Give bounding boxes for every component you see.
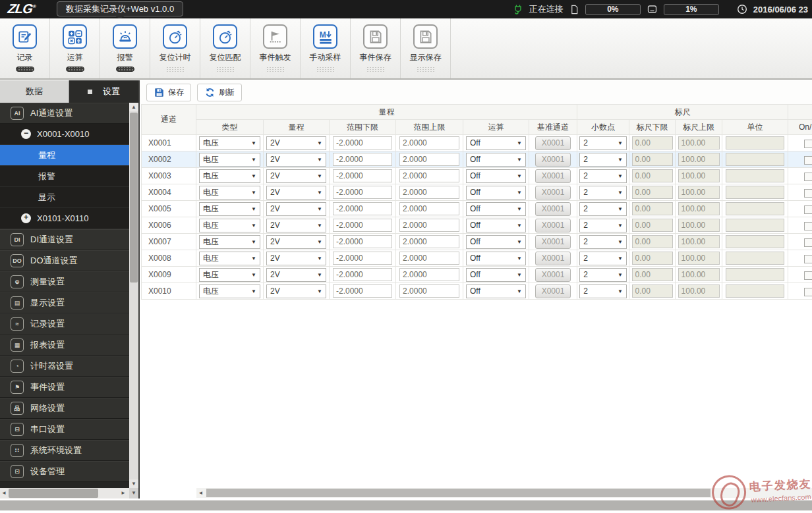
range-select[interactable]: 2V▼ bbox=[266, 202, 326, 216]
menu-network-set[interactable]: 品 网络设置 bbox=[0, 398, 129, 419]
range-low-input[interactable] bbox=[333, 219, 392, 232]
menu-x0101-x0110[interactable]: + X0101-X0110 bbox=[0, 208, 129, 229]
record-button[interactable]: 记录 bbox=[0, 18, 50, 78]
decimal-select[interactable]: 2▼ bbox=[579, 268, 627, 282]
decimal-select[interactable]: 2▼ bbox=[579, 202, 627, 216]
range-high-input[interactable] bbox=[399, 202, 459, 215]
page-hscroll-thumb[interactable] bbox=[0, 500, 812, 510]
onoff-checkbox[interactable] bbox=[804, 271, 812, 280]
onoff-checkbox[interactable] bbox=[804, 288, 812, 296]
main-horizontal-scrollbar[interactable]: ◄ bbox=[196, 488, 812, 498]
type-select[interactable]: 电压▼ bbox=[199, 169, 260, 183]
range-select[interactable]: 2V▼ bbox=[266, 252, 326, 265]
event-save-button[interactable]: 事件保存 bbox=[351, 18, 401, 78]
menu-x0001-x0010[interactable]: − X0001-X0010 bbox=[0, 124, 129, 145]
type-select[interactable]: 电压▼ bbox=[199, 268, 260, 282]
range-high-input[interactable] bbox=[399, 219, 459, 232]
menu-di-channel[interactable]: DI DI通道设置 bbox=[0, 229, 129, 250]
range-high-input[interactable] bbox=[399, 186, 459, 199]
menu-report-set[interactable]: ▦ 报表设置 bbox=[0, 335, 129, 356]
type-select[interactable]: 电压▼ bbox=[199, 252, 260, 265]
reset-timer-button[interactable]: 复位计时 bbox=[150, 18, 200, 78]
scroll-left-icon[interactable]: ◄ bbox=[0, 488, 8, 499]
decimal-select[interactable]: 2▼ bbox=[579, 153, 627, 167]
menu-record-set[interactable]: ≈ 记录设置 bbox=[0, 313, 129, 335]
onoff-checkbox[interactable] bbox=[804, 222, 812, 230]
event-trigger-button[interactable]: 事件触发 bbox=[250, 18, 301, 78]
sidebar-vscroll-thumb[interactable] bbox=[130, 113, 138, 283]
range-select[interactable]: 2V▼ bbox=[266, 136, 326, 150]
onoff-checkbox[interactable] bbox=[804, 205, 812, 214]
range-low-input[interactable] bbox=[333, 169, 392, 182]
calc-select[interactable]: Off▼ bbox=[466, 136, 526, 150]
decimal-select[interactable]: 2▼ bbox=[579, 252, 627, 265]
decimal-select[interactable]: 2▼ bbox=[579, 219, 627, 232]
menu-display[interactable]: 显示 bbox=[0, 187, 129, 208]
menu-ai-channel[interactable]: AI AI通道设置 bbox=[0, 103, 129, 124]
range-low-input[interactable] bbox=[333, 202, 392, 215]
scroll-left-icon[interactable]: ◄ bbox=[196, 488, 205, 498]
scroll-down-icon[interactable]: ▼ bbox=[129, 479, 138, 488]
calc-select[interactable]: Off▼ bbox=[466, 169, 526, 183]
alarm-button[interactable]: 报警 bbox=[100, 18, 150, 78]
menu-display-set[interactable]: ▤ 显示设置 bbox=[0, 292, 129, 313]
range-high-input[interactable] bbox=[399, 268, 459, 281]
type-select[interactable]: 电压▼ bbox=[199, 153, 260, 167]
sidebar-hscroll-thumb[interactable] bbox=[9, 489, 98, 498]
range-low-input[interactable] bbox=[333, 268, 392, 281]
sidebar-vertical-scrollbar[interactable]: ▲ ▼ bbox=[129, 103, 138, 488]
range-high-input[interactable] bbox=[399, 252, 459, 265]
menu-do-channel[interactable]: DO DO通道设置 bbox=[0, 250, 129, 271]
range-high-input[interactable] bbox=[399, 153, 459, 166]
onoff-checkbox[interactable] bbox=[804, 189, 812, 198]
range-high-input[interactable] bbox=[399, 235, 459, 248]
type-select[interactable]: 电压▼ bbox=[199, 284, 260, 298]
display-save-button[interactable]: 显示保存 bbox=[401, 18, 451, 78]
range-high-input[interactable] bbox=[399, 284, 459, 298]
onoff-checkbox[interactable] bbox=[804, 255, 812, 263]
main-hscroll-thumb[interactable] bbox=[206, 489, 710, 497]
tab-data[interactable]: 数据 bbox=[0, 80, 69, 103]
calc-select[interactable]: Off▼ bbox=[466, 235, 526, 249]
decimal-select[interactable]: 2▼ bbox=[579, 136, 627, 150]
range-high-input[interactable] bbox=[399, 136, 459, 149]
refresh-button[interactable]: 刷新 bbox=[197, 84, 242, 101]
tab-settings[interactable]: 设置 bbox=[69, 80, 138, 103]
range-select[interactable]: 2V▼ bbox=[266, 169, 326, 183]
calc-select[interactable]: Off▼ bbox=[466, 153, 526, 167]
range-low-input[interactable] bbox=[333, 153, 392, 166]
decimal-select[interactable]: 2▼ bbox=[579, 235, 627, 249]
calc-select[interactable]: Off▼ bbox=[466, 268, 526, 282]
tree-expander-icon[interactable]: − bbox=[21, 129, 31, 139]
menu-alarm[interactable]: 报警 bbox=[0, 166, 129, 187]
save-button[interactable]: 保存 bbox=[146, 84, 191, 101]
range-select[interactable]: 2V▼ bbox=[266, 219, 326, 232]
calc-select[interactable]: Off▼ bbox=[466, 252, 526, 265]
menu-measure[interactable]: ⊕ 测量设置 bbox=[0, 271, 129, 292]
scroll-up-icon[interactable]: ▲ bbox=[129, 103, 138, 111]
calc-select[interactable]: Off▼ bbox=[466, 219, 526, 232]
type-select[interactable]: 电压▼ bbox=[199, 186, 260, 200]
range-select[interactable]: 2V▼ bbox=[266, 284, 326, 298]
range-high-input[interactable] bbox=[399, 169, 459, 182]
onoff-checkbox[interactable] bbox=[804, 156, 812, 165]
calc-select[interactable]: Off▼ bbox=[466, 186, 526, 200]
range-select[interactable]: 2V▼ bbox=[266, 153, 326, 167]
range-select[interactable]: 2V▼ bbox=[266, 186, 326, 200]
decimal-select[interactable]: 2▼ bbox=[579, 284, 627, 298]
onoff-checkbox[interactable] bbox=[804, 140, 812, 148]
page-horizontal-scrollbar[interactable] bbox=[0, 500, 812, 511]
type-select[interactable]: 电压▼ bbox=[199, 136, 260, 150]
onoff-checkbox[interactable] bbox=[804, 173, 812, 181]
range-low-input[interactable] bbox=[333, 136, 392, 149]
range-low-input[interactable] bbox=[333, 284, 392, 298]
menu-timer-set[interactable]: ◔ 计时器设置 bbox=[0, 356, 129, 377]
manual-sample-button[interactable]: M 手动采样 bbox=[301, 18, 351, 78]
calc-select[interactable]: Off▼ bbox=[466, 202, 526, 216]
menu-device-mgmt[interactable]: ⊡ 设备管理 bbox=[0, 461, 129, 482]
range-low-input[interactable] bbox=[333, 235, 392, 248]
onoff-checkbox[interactable] bbox=[804, 238, 812, 247]
menu-system-set[interactable]: ∷ 系统环境设置 bbox=[0, 440, 129, 461]
type-select[interactable]: 电压▼ bbox=[199, 219, 260, 232]
menu-serial-set[interactable]: ⊟ 串口设置 bbox=[0, 419, 129, 440]
